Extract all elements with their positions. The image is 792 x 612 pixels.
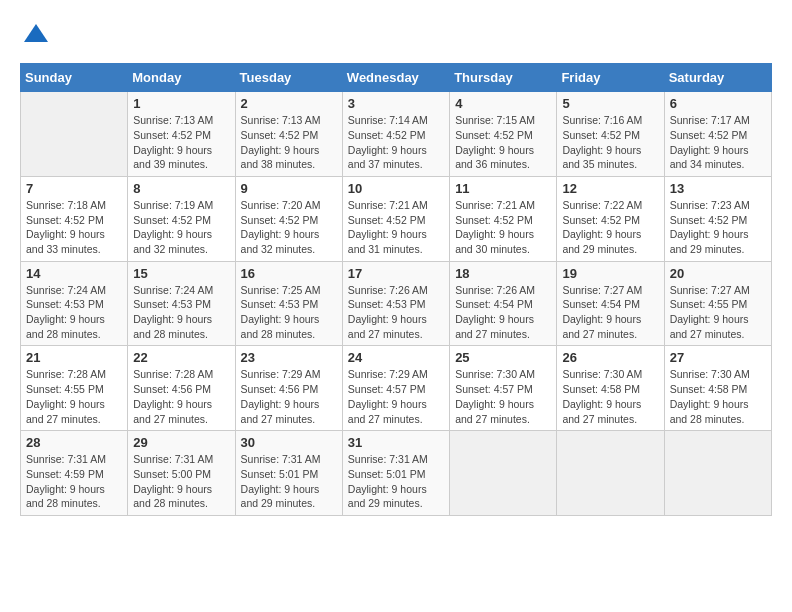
calendar-cell: 1Sunrise: 7:13 AMSunset: 4:52 PMDaylight…: [128, 92, 235, 177]
calendar-cell: 18Sunrise: 7:26 AMSunset: 4:54 PMDayligh…: [450, 261, 557, 346]
day-number: 20: [670, 266, 766, 281]
day-number: 1: [133, 96, 229, 111]
day-number: 25: [455, 350, 551, 365]
calendar-cell: 23Sunrise: 7:29 AMSunset: 4:56 PMDayligh…: [235, 346, 342, 431]
weekday-header-sunday: Sunday: [21, 64, 128, 92]
day-number: 16: [241, 266, 337, 281]
calendar-cell: 14Sunrise: 7:24 AMSunset: 4:53 PMDayligh…: [21, 261, 128, 346]
day-info: Sunrise: 7:30 AMSunset: 4:58 PMDaylight:…: [670, 367, 766, 426]
day-number: 14: [26, 266, 122, 281]
calendar-cell: 13Sunrise: 7:23 AMSunset: 4:52 PMDayligh…: [664, 176, 771, 261]
day-info: Sunrise: 7:21 AMSunset: 4:52 PMDaylight:…: [348, 198, 444, 257]
day-info: Sunrise: 7:26 AMSunset: 4:54 PMDaylight:…: [455, 283, 551, 342]
day-number: 28: [26, 435, 122, 450]
day-number: 11: [455, 181, 551, 196]
day-info: Sunrise: 7:31 AMSunset: 5:01 PMDaylight:…: [348, 452, 444, 511]
day-info: Sunrise: 7:13 AMSunset: 4:52 PMDaylight:…: [133, 113, 229, 172]
day-info: Sunrise: 7:28 AMSunset: 4:55 PMDaylight:…: [26, 367, 122, 426]
day-info: Sunrise: 7:30 AMSunset: 4:57 PMDaylight:…: [455, 367, 551, 426]
calendar-cell: 8Sunrise: 7:19 AMSunset: 4:52 PMDaylight…: [128, 176, 235, 261]
calendar-cell: 11Sunrise: 7:21 AMSunset: 4:52 PMDayligh…: [450, 176, 557, 261]
day-number: 29: [133, 435, 229, 450]
calendar-cell: 21Sunrise: 7:28 AMSunset: 4:55 PMDayligh…: [21, 346, 128, 431]
logo: [20, 20, 50, 53]
calendar-cell: 27Sunrise: 7:30 AMSunset: 4:58 PMDayligh…: [664, 346, 771, 431]
day-info: Sunrise: 7:20 AMSunset: 4:52 PMDaylight:…: [241, 198, 337, 257]
day-info: Sunrise: 7:29 AMSunset: 4:57 PMDaylight:…: [348, 367, 444, 426]
day-info: Sunrise: 7:13 AMSunset: 4:52 PMDaylight:…: [241, 113, 337, 172]
day-number: 18: [455, 266, 551, 281]
weekday-header-friday: Friday: [557, 64, 664, 92]
day-number: 5: [562, 96, 658, 111]
calendar-cell: [450, 431, 557, 516]
calendar-cell: [664, 431, 771, 516]
day-number: 17: [348, 266, 444, 281]
day-number: 26: [562, 350, 658, 365]
day-info: Sunrise: 7:31 AMSunset: 4:59 PMDaylight:…: [26, 452, 122, 511]
day-info: Sunrise: 7:16 AMSunset: 4:52 PMDaylight:…: [562, 113, 658, 172]
day-info: Sunrise: 7:29 AMSunset: 4:56 PMDaylight:…: [241, 367, 337, 426]
calendar-cell: 2Sunrise: 7:13 AMSunset: 4:52 PMDaylight…: [235, 92, 342, 177]
calendar-cell: 17Sunrise: 7:26 AMSunset: 4:53 PMDayligh…: [342, 261, 449, 346]
day-info: Sunrise: 7:25 AMSunset: 4:53 PMDaylight:…: [241, 283, 337, 342]
calendar-week-1: 7Sunrise: 7:18 AMSunset: 4:52 PMDaylight…: [21, 176, 772, 261]
day-number: 19: [562, 266, 658, 281]
day-info: Sunrise: 7:23 AMSunset: 4:52 PMDaylight:…: [670, 198, 766, 257]
day-number: 9: [241, 181, 337, 196]
calendar-cell: 6Sunrise: 7:17 AMSunset: 4:52 PMDaylight…: [664, 92, 771, 177]
day-number: 27: [670, 350, 766, 365]
day-info: Sunrise: 7:19 AMSunset: 4:52 PMDaylight:…: [133, 198, 229, 257]
weekday-header-monday: Monday: [128, 64, 235, 92]
calendar-cell: 25Sunrise: 7:30 AMSunset: 4:57 PMDayligh…: [450, 346, 557, 431]
day-number: 12: [562, 181, 658, 196]
calendar-cell: 30Sunrise: 7:31 AMSunset: 5:01 PMDayligh…: [235, 431, 342, 516]
calendar-cell: 7Sunrise: 7:18 AMSunset: 4:52 PMDaylight…: [21, 176, 128, 261]
day-number: 21: [26, 350, 122, 365]
day-number: 31: [348, 435, 444, 450]
day-info: Sunrise: 7:28 AMSunset: 4:56 PMDaylight:…: [133, 367, 229, 426]
weekday-header-thursday: Thursday: [450, 64, 557, 92]
calendar-table: SundayMondayTuesdayWednesdayThursdayFrid…: [20, 63, 772, 516]
weekday-header-row: SundayMondayTuesdayWednesdayThursdayFrid…: [21, 64, 772, 92]
day-number: 2: [241, 96, 337, 111]
day-info: Sunrise: 7:31 AMSunset: 5:01 PMDaylight:…: [241, 452, 337, 511]
calendar-cell: 22Sunrise: 7:28 AMSunset: 4:56 PMDayligh…: [128, 346, 235, 431]
day-number: 15: [133, 266, 229, 281]
day-number: 8: [133, 181, 229, 196]
day-number: 13: [670, 181, 766, 196]
day-info: Sunrise: 7:15 AMSunset: 4:52 PMDaylight:…: [455, 113, 551, 172]
calendar-cell: 9Sunrise: 7:20 AMSunset: 4:52 PMDaylight…: [235, 176, 342, 261]
weekday-header-wednesday: Wednesday: [342, 64, 449, 92]
calendar-cell: 19Sunrise: 7:27 AMSunset: 4:54 PMDayligh…: [557, 261, 664, 346]
logo-icon: [22, 20, 50, 48]
calendar-cell: 12Sunrise: 7:22 AMSunset: 4:52 PMDayligh…: [557, 176, 664, 261]
day-number: 22: [133, 350, 229, 365]
day-number: 30: [241, 435, 337, 450]
day-info: Sunrise: 7:24 AMSunset: 4:53 PMDaylight:…: [26, 283, 122, 342]
page-header: [20, 20, 772, 53]
calendar-cell: 10Sunrise: 7:21 AMSunset: 4:52 PMDayligh…: [342, 176, 449, 261]
calendar-cell: 28Sunrise: 7:31 AMSunset: 4:59 PMDayligh…: [21, 431, 128, 516]
day-number: 6: [670, 96, 766, 111]
day-info: Sunrise: 7:31 AMSunset: 5:00 PMDaylight:…: [133, 452, 229, 511]
calendar-week-2: 14Sunrise: 7:24 AMSunset: 4:53 PMDayligh…: [21, 261, 772, 346]
calendar-cell: 26Sunrise: 7:30 AMSunset: 4:58 PMDayligh…: [557, 346, 664, 431]
calendar-cell: 31Sunrise: 7:31 AMSunset: 5:01 PMDayligh…: [342, 431, 449, 516]
calendar-cell: [557, 431, 664, 516]
day-number: 3: [348, 96, 444, 111]
day-number: 24: [348, 350, 444, 365]
calendar-cell: 16Sunrise: 7:25 AMSunset: 4:53 PMDayligh…: [235, 261, 342, 346]
calendar-cell: 15Sunrise: 7:24 AMSunset: 4:53 PMDayligh…: [128, 261, 235, 346]
day-number: 23: [241, 350, 337, 365]
calendar-week-4: 28Sunrise: 7:31 AMSunset: 4:59 PMDayligh…: [21, 431, 772, 516]
weekday-header-tuesday: Tuesday: [235, 64, 342, 92]
day-number: 7: [26, 181, 122, 196]
day-info: Sunrise: 7:24 AMSunset: 4:53 PMDaylight:…: [133, 283, 229, 342]
weekday-header-saturday: Saturday: [664, 64, 771, 92]
day-info: Sunrise: 7:26 AMSunset: 4:53 PMDaylight:…: [348, 283, 444, 342]
calendar-cell: 4Sunrise: 7:15 AMSunset: 4:52 PMDaylight…: [450, 92, 557, 177]
day-info: Sunrise: 7:21 AMSunset: 4:52 PMDaylight:…: [455, 198, 551, 257]
calendar-cell: 3Sunrise: 7:14 AMSunset: 4:52 PMDaylight…: [342, 92, 449, 177]
calendar-cell: 20Sunrise: 7:27 AMSunset: 4:55 PMDayligh…: [664, 261, 771, 346]
day-info: Sunrise: 7:30 AMSunset: 4:58 PMDaylight:…: [562, 367, 658, 426]
